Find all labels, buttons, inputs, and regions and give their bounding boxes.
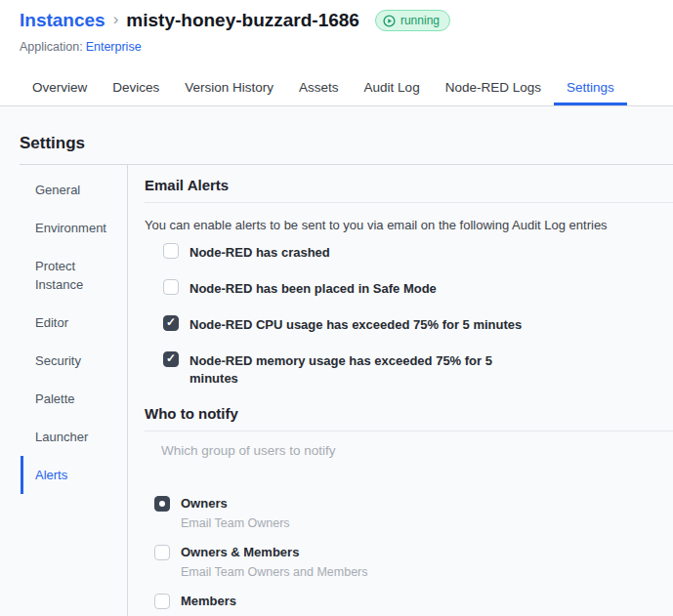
email-alerts-section: Email Alerts You can enable alerts to be… bbox=[145, 177, 673, 388]
tab-settings[interactable]: Settings bbox=[554, 68, 627, 105]
instance-name: misty-honey-buzzard-1686 bbox=[126, 10, 359, 31]
application-link[interactable]: Enterprise bbox=[86, 40, 142, 54]
alerts-settings-panel: Email Alerts You can enable alerts to be… bbox=[128, 165, 673, 616]
tab-audit-log[interactable]: Audit Log bbox=[352, 68, 433, 105]
notify-option-label: Owners bbox=[181, 495, 290, 513]
notify-option-label: Owners & Members bbox=[181, 544, 368, 561]
tab-devices[interactable]: Devices bbox=[100, 68, 172, 105]
tab-version-history[interactable]: Version History bbox=[172, 68, 286, 105]
sidebar-item-protect-instance[interactable]: Protect Instance bbox=[21, 247, 127, 304]
radio-icon[interactable] bbox=[154, 496, 170, 512]
status-badge: running bbox=[375, 10, 450, 31]
tab-assets[interactable]: Assets bbox=[286, 68, 352, 105]
breadcrumb: Instances › misty-honey-buzzard-1686 bbox=[20, 10, 359, 31]
alert-option-cpu-usage[interactable]: Node-RED CPU usage has exceeded 75% for … bbox=[163, 315, 673, 334]
sidebar-item-security[interactable]: Security bbox=[21, 342, 127, 380]
checkbox-icon[interactable] bbox=[163, 279, 179, 295]
email-alerts-title: Email Alerts bbox=[145, 177, 673, 203]
alert-option-safe-mode[interactable]: Node-RED has been placed in Safe Mode bbox=[163, 279, 673, 298]
who-to-notify-section: Who to notify Which group of users to no… bbox=[145, 405, 673, 616]
notify-options: Owners Email Team Owners Owners & Member… bbox=[145, 495, 673, 616]
play-circle-icon bbox=[383, 15, 396, 27]
radio-icon[interactable] bbox=[154, 545, 170, 560]
instance-tabs: Overview Devices Version History Assets … bbox=[0, 68, 673, 106]
application-label: Application: bbox=[20, 40, 83, 54]
sidebar-item-editor[interactable]: Editor bbox=[21, 304, 127, 342]
checkbox-icon[interactable] bbox=[163, 243, 179, 259]
chevron-right-icon: › bbox=[113, 10, 119, 29]
email-alerts-options: Node-RED has crashed Node-RED has been p… bbox=[145, 243, 673, 388]
checkbox-icon[interactable] bbox=[163, 315, 179, 331]
notify-option-label: Members bbox=[181, 593, 299, 610]
notify-option-description: Email Team Owners and Members bbox=[181, 565, 368, 579]
alert-option-crashed[interactable]: Node-RED has crashed bbox=[163, 243, 673, 262]
sidebar-item-environment[interactable]: Environment bbox=[21, 209, 127, 247]
alert-option-label: Node-RED has crashed bbox=[189, 243, 330, 262]
alert-option-label: Node-RED CPU usage has exceeded 75% for … bbox=[189, 315, 522, 334]
instance-header: Instances › misty-honey-buzzard-1686 run… bbox=[0, 0, 673, 54]
checkbox-icon[interactable] bbox=[163, 351, 179, 367]
sidebar-item-launcher[interactable]: Launcher bbox=[21, 418, 127, 456]
sidebar-item-general[interactable]: General bbox=[21, 171, 127, 209]
tab-node-red-logs[interactable]: Node-RED Logs bbox=[433, 68, 554, 105]
notify-option-owners[interactable]: Owners Email Team Owners bbox=[154, 495, 673, 530]
alert-option-memory-usage[interactable]: Node-RED memory usage has exceeded 75% f… bbox=[163, 351, 673, 388]
sidebar-item-palette[interactable]: Palette bbox=[21, 380, 127, 418]
status-badge-label: running bbox=[400, 14, 440, 27]
radio-icon[interactable] bbox=[154, 594, 170, 609]
settings-content: Settings General Environment Protect Ins… bbox=[0, 106, 673, 616]
notify-option-members[interactable]: Members Email Team Members bbox=[154, 593, 673, 616]
email-alerts-description: You can enable alerts to be sent to you … bbox=[145, 218, 673, 232]
notify-option-description: Email Team Owners bbox=[181, 516, 290, 530]
instance-settings-page: Instances › misty-honey-buzzard-1686 run… bbox=[0, 0, 673, 616]
notify-group-hint: Which group of users to notify bbox=[161, 443, 673, 458]
notify-option-owners-members[interactable]: Owners & Members Email Team Owners and M… bbox=[154, 544, 673, 579]
breadcrumb-instances-link[interactable]: Instances bbox=[20, 10, 105, 31]
sidebar-item-alerts[interactable]: Alerts bbox=[21, 456, 127, 494]
tab-overview[interactable]: Overview bbox=[20, 68, 100, 105]
alert-option-label: Node-RED memory usage has exceeded 75% f… bbox=[189, 351, 531, 388]
who-to-notify-title: Who to notify bbox=[145, 405, 673, 431]
page-title: Settings bbox=[20, 134, 673, 153]
settings-sidebar: General Environment Protect Instance Edi… bbox=[0, 165, 128, 616]
alert-option-label: Node-RED has been placed in Safe Mode bbox=[189, 279, 437, 298]
